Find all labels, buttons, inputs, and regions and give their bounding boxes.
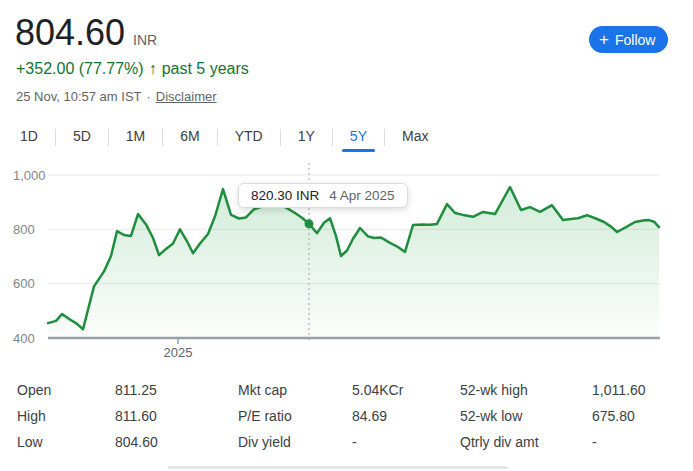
price-chart[interactable]: 4006008001,000 2025 820.30 INR 4 Apr 202… [0, 160, 693, 360]
dot-separator: · [147, 89, 151, 104]
stat-value: - [592, 434, 683, 450]
stat-value: 5.04KCr [352, 382, 460, 398]
follow-button-label: Follow [615, 32, 655, 48]
highlighted-point-marker [305, 219, 314, 228]
tab-5d[interactable]: 5D [56, 123, 108, 152]
stat-value: 804.60 [115, 434, 238, 450]
stats-table: Open811.25Mkt cap5.04KCr52-wk high1,011.… [17, 377, 683, 455]
tab-max[interactable]: Max [385, 123, 445, 152]
tooltip-date: 4 Apr 2025 [329, 188, 394, 203]
tab-ytd[interactable]: YTD [218, 123, 280, 152]
y-axis-label: 600 [13, 276, 35, 291]
tab-5y[interactable]: 5Y [333, 123, 384, 152]
stat-label: Div yield [238, 434, 352, 450]
follow-button[interactable]: + Follow [589, 26, 668, 53]
tooltip-price: 820.30 INR [251, 188, 319, 203]
stat-label: 52-wk high [460, 382, 592, 398]
y-axis-label: 1,000 [13, 168, 46, 183]
stat-label: Low [17, 434, 115, 450]
price-change: +352.00 (77.77%) ↑ past 5 years [16, 60, 249, 78]
y-axis-label: 400 [13, 331, 35, 346]
up-arrow-icon: ↑ [149, 60, 157, 78]
timestamp: 25 Nov, 10:57 am IST [16, 89, 142, 104]
horizontal-scrollbar-thumb[interactable] [168, 466, 508, 469]
tab-1y[interactable]: 1Y [281, 123, 332, 152]
tab-6m[interactable]: 6M [163, 123, 216, 152]
stat-value: 811.25 [115, 382, 238, 398]
stat-label: High [17, 408, 115, 424]
currency-code: INR [133, 32, 157, 48]
timestamp-row: 25 Nov, 10:57 am IST · Disclaimer [16, 89, 217, 104]
stat-label: P/E ratio [238, 408, 352, 424]
stat-label: Open [17, 382, 115, 398]
current-price: 804.60 [15, 12, 125, 54]
price-header: 804.60 INR [15, 12, 157, 54]
disclaimer-link[interactable]: Disclaimer [156, 89, 217, 104]
chart-area-fill [48, 187, 659, 338]
stat-label: Mkt cap [238, 382, 352, 398]
tab-1m[interactable]: 1M [109, 123, 162, 152]
stat-value: 811.60 [115, 408, 238, 424]
plus-icon: + [599, 31, 609, 48]
time-range-tabs: 1D5D1M6MYTD1Y5YMax [17, 122, 445, 153]
x-axis-label: 2025 [164, 345, 193, 360]
stat-label: Qtrly div amt [460, 434, 592, 450]
y-axis-label: 800 [13, 222, 35, 237]
stat-value: 1,011.60 [592, 382, 683, 398]
stat-value: 84.69 [352, 408, 460, 424]
change-period: past 5 years [162, 60, 249, 78]
tab-1d[interactable]: 1D [17, 123, 55, 152]
stat-value: 675.80 [592, 408, 683, 424]
stat-label: 52-wk low [460, 408, 592, 424]
change-amount: +352.00 (77.77%) [16, 60, 144, 78]
chart-tooltip: 820.30 INR 4 Apr 2025 [238, 183, 408, 208]
stat-value: - [352, 434, 460, 450]
